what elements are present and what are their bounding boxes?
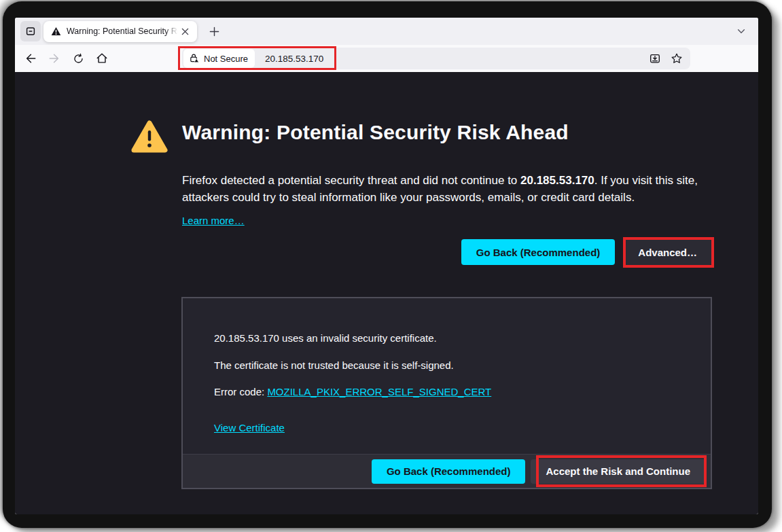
url-bar[interactable]: Not Secure 20.185.53.170 (182, 48, 690, 69)
tab-list-dropdown-button[interactable] (731, 21, 751, 41)
urlbar-action-icons (645, 49, 686, 68)
reload-icon (73, 53, 84, 65)
go-back-button[interactable]: Go Back (Recommended) (461, 239, 616, 265)
tab-title: Warning: Potential Security Risk (67, 26, 178, 36)
cert-invalid-text: 20.185.53.170 uses an invalid security c… (214, 332, 437, 344)
description-host: 20.185.53.170 (520, 174, 594, 187)
firefox-view-icon (24, 25, 37, 37)
plus-icon (209, 26, 219, 37)
tab-warning-icon (51, 26, 61, 36)
browser-window: Warning: Potential Security Risk (15, 18, 758, 514)
learn-more-link[interactable]: Learn more… (182, 215, 245, 226)
insecure-lock-icon (189, 53, 200, 64)
save-page-button[interactable] (645, 49, 664, 68)
forward-arrow-icon (48, 52, 60, 65)
panel-go-back-button[interactable]: Go Back (Recommended) (372, 459, 526, 484)
tab-close-icon[interactable] (178, 24, 192, 38)
back-button[interactable] (20, 48, 41, 69)
error-code-link[interactable]: MOZILLA_PKIX_ERROR_SELF_SIGNED_CERT (267, 386, 491, 397)
window-frame: Warning: Potential Security Risk (3, 1, 772, 528)
certificate-error-page: Warning: Potential Security Risk Ahead F… (15, 72, 758, 514)
error-code-label: Error code: (214, 386, 267, 397)
security-status-label: Not Secure (204, 54, 248, 64)
error-code-line: Error code: MOZILLA_PKIX_ERROR_SELF_SIGN… (214, 386, 491, 397)
home-icon (96, 52, 108, 65)
page-title: Warning: Potential Security Risk Ahead (182, 121, 569, 144)
advanced-panel-footer: Go Back (Recommended) Accept the Risk an… (183, 454, 711, 488)
warning-triangle-icon (131, 120, 168, 154)
chevron-down-icon (736, 26, 746, 36)
description-text: Firefox detected a potential security th… (182, 174, 520, 187)
bookmark-star-button[interactable] (667, 49, 686, 68)
identity-chip[interactable]: Not Secure (183, 49, 255, 68)
firefox-view-button[interactable] (20, 21, 41, 41)
cert-reason-text: The certificate is not trusted because i… (214, 359, 454, 371)
advanced-panel: 20.185.53.170 uses an invalid security c… (181, 297, 712, 489)
star-icon (671, 52, 683, 65)
back-arrow-icon (24, 52, 37, 65)
navigation-toolbar: Not Secure 20.185.53.170 (15, 45, 758, 72)
url-text: 20.185.53.170 (265, 54, 645, 64)
save-download-icon (649, 52, 661, 65)
view-certificate-link[interactable]: View Certificate (214, 422, 285, 433)
reload-button[interactable] (68, 48, 88, 69)
tab-warning-security-risk[interactable]: Warning: Potential Security Risk (43, 21, 197, 42)
page-description: Firefox detected a potential security th… (182, 172, 726, 206)
new-tab-button[interactable] (204, 21, 224, 41)
primary-button-row: Go Back (Recommended) Advanced… (182, 239, 712, 265)
advanced-button[interactable]: Advanced… (623, 239, 712, 265)
home-button[interactable] (92, 48, 112, 69)
tab-strip: Warning: Potential Security Risk (15, 18, 758, 45)
accept-risk-button[interactable]: Accept the Risk and Continue (531, 459, 705, 484)
forward-button[interactable] (44, 48, 65, 69)
screenshot-root: Warning: Potential Security Risk (0, 0, 782, 532)
